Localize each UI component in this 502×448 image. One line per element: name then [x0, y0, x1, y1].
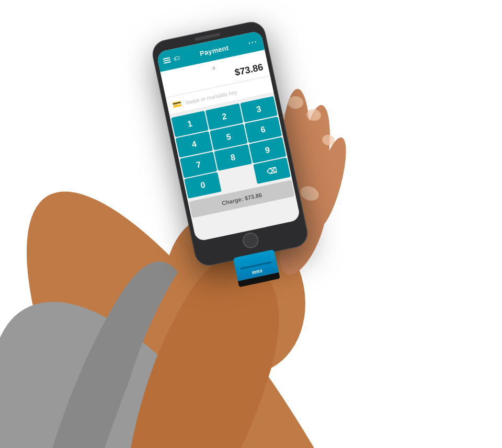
header-left: 🏷: [163, 54, 180, 65]
hamburger-icon[interactable]: [163, 57, 171, 64]
ems-brand-label: ems: [252, 268, 263, 275]
more-options-icon[interactable]: ···: [247, 37, 258, 47]
tag-icon: 🏷: [173, 54, 180, 63]
amount-display: $73.86: [234, 62, 264, 78]
card-slot: [241, 261, 271, 269]
phone-home-button[interactable]: [242, 231, 260, 250]
header-title: Payment: [199, 43, 229, 57]
full-scene: 🏷 Payment ··· ∨ $73.86 💳 Swipe or manual…: [0, 0, 502, 448]
chevron-down-icon[interactable]: ∨: [212, 65, 216, 71]
credit-card-icon: 💳: [172, 99, 182, 109]
